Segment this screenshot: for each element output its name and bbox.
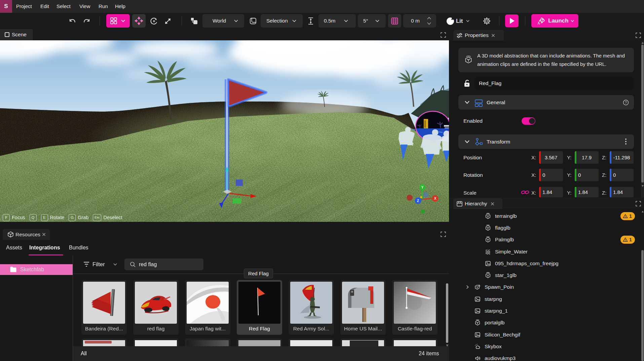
svg-text:X: X bbox=[434, 197, 437, 200]
svg-text:Z: Z bbox=[417, 199, 419, 203]
svg-text:?: ? bbox=[625, 101, 627, 105]
svg-text:Y: Y bbox=[421, 186, 424, 189]
